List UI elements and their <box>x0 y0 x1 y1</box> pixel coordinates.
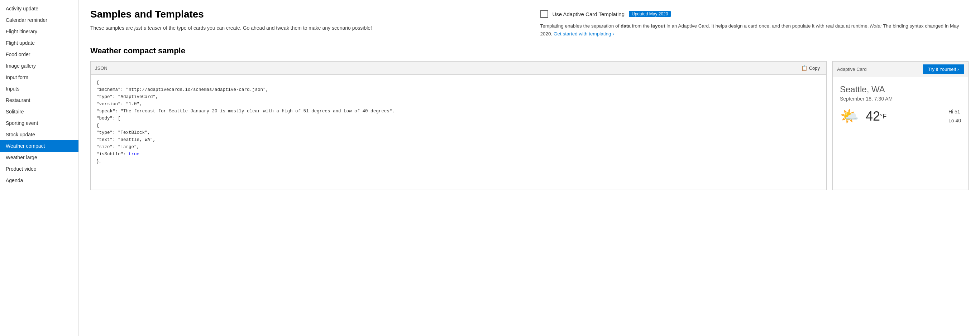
sidebar-item-agenda[interactable]: Agenda <box>0 174 78 186</box>
sidebar-item-weather-compact[interactable]: Weather compact <box>0 140 78 152</box>
adaptive-card-body: Seattle, WA September 18, 7:30 AM 🌤️ 42°… <box>833 77 968 190</box>
weather-unit: °F <box>880 113 886 120</box>
json-label: JSON <box>95 65 108 71</box>
copy-icon: 📋 <box>801 65 807 71</box>
weather-icon: 🌤️ <box>840 109 859 124</box>
sidebar-item-food-order[interactable]: Food order <box>0 49 78 60</box>
json-panel: JSON 📋 Copy { "$schema": "http://adaptiv… <box>90 61 827 190</box>
adaptive-panel-header: Adaptive Card Try it Yourself › <box>833 62 968 77</box>
sidebar-item-product-video[interactable]: Product video <box>0 163 78 174</box>
sidebar: Activity updateCalendar reminderFlight i… <box>0 0 79 336</box>
weather-temp-wrap: 42°F <box>866 109 886 124</box>
adaptive-panel: Adaptive Card Try it Yourself › Seattle,… <box>832 61 969 190</box>
updated-badge: Updated May 2020 <box>629 11 671 17</box>
sidebar-item-weather-large[interactable]: Weather large <box>0 152 78 163</box>
sidebar-item-restaurant[interactable]: Restaurant <box>0 95 78 106</box>
page-title: Samples and Templates <box>90 9 519 20</box>
sidebar-item-stock-update[interactable]: Stock update <box>0 129 78 140</box>
sidebar-item-input-form[interactable]: Input form <box>0 71 78 83</box>
sidebar-item-inputs[interactable]: Inputs <box>0 83 78 95</box>
page-subtitle: These samples are just a teaser of the t… <box>90 24 519 32</box>
sample-content: JSON 📋 Copy { "$schema": "http://adaptiv… <box>90 61 969 190</box>
sidebar-item-calendar-reminder[interactable]: Calendar reminder <box>0 14 78 26</box>
header-left: Samples and Templates These samples are … <box>90 9 519 38</box>
copy-button[interactable]: 📋 Copy <box>799 64 822 71</box>
templating-description: Templating enables the separation of dat… <box>540 22 969 38</box>
sidebar-item-flight-itinerary[interactable]: Flight itinerary <box>0 26 78 37</box>
sidebar-item-image-gallery[interactable]: Image gallery <box>0 60 78 71</box>
weather-city: Seattle, WA <box>840 84 961 95</box>
templating-label: Use Adaptive Card Templating <box>552 11 625 17</box>
sidebar-item-sporting-event[interactable]: Sporting event <box>0 117 78 129</box>
try-button[interactable]: Try it Yourself › <box>923 64 964 74</box>
adaptive-label: Adaptive Card <box>837 67 866 72</box>
main-content: Samples and Templates These samples are … <box>79 0 980 336</box>
json-body[interactable]: { "$schema": "http://adaptivecards.io/sc… <box>91 75 826 190</box>
sidebar-item-activity-update[interactable]: Activity update <box>0 3 78 14</box>
sidebar-item-solitaire[interactable]: Solitaire <box>0 106 78 117</box>
templating-checkbox[interactable] <box>540 10 548 18</box>
templating-link[interactable]: Get started with templating › <box>554 31 614 36</box>
sample-title: Weather compact sample <box>90 46 969 55</box>
header-right: Use Adaptive Card Templating Updated May… <box>540 9 969 38</box>
page-header: Samples and Templates These samples are … <box>90 9 969 38</box>
weather-row: 🌤️ 42°F Hi 51 Lo 40 <box>840 107 961 125</box>
weather-hi-lo: Hi 51 Lo 40 <box>948 107 961 125</box>
weather-temp: 42 <box>866 109 880 124</box>
weather-hi: Hi 51 <box>948 107 961 116</box>
weather-date: September 18, 7:30 AM <box>840 96 961 101</box>
weather-lo: Lo 40 <box>948 116 961 125</box>
sidebar-item-flight-update[interactable]: Flight update <box>0 37 78 49</box>
json-panel-header: JSON 📋 Copy <box>91 62 826 75</box>
templating-header: Use Adaptive Card Templating Updated May… <box>540 10 969 18</box>
